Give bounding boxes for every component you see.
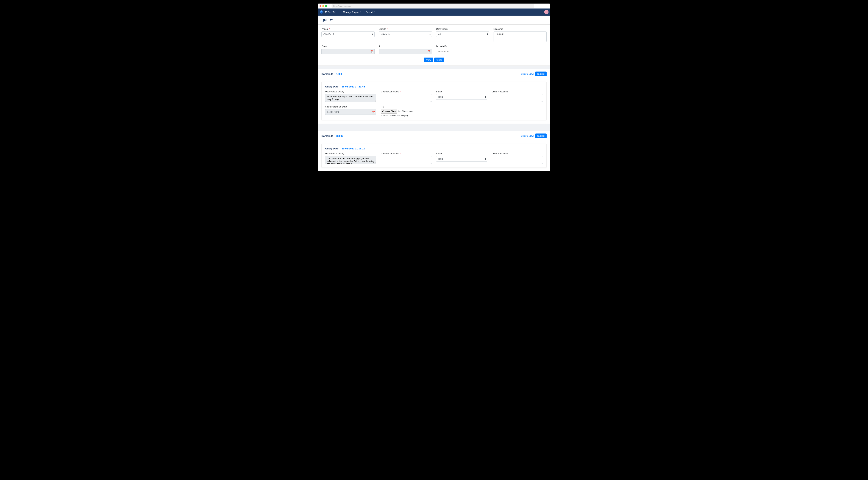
module-label: Module * [379, 28, 432, 30]
calendar-icon[interactable]: 📅 [370, 50, 373, 53]
page-title: QUERY [321, 18, 547, 22]
navbar: MOJO Manage Project ▼ Report ▼ [318, 8, 550, 15]
query-date-label: Query Date: [325, 85, 339, 88]
calendar-icon[interactable]: 📅 [372, 111, 375, 113]
nav-report[interactable]: Report ▼ [364, 11, 377, 13]
user-raised-query-label: User Raised Query [325, 152, 376, 155]
domain-header: Domain Id: 33002 Click to view Submit [318, 131, 550, 141]
mobius-comments-label: Mobius Comments * [381, 91, 432, 93]
mobius-comments-input[interactable] [381, 94, 432, 102]
client-response-label: Client Response [492, 91, 543, 93]
view-button[interactable]: View [424, 58, 433, 62]
file-chosen-status: No file chosen [398, 110, 413, 113]
submit-button[interactable]: Submit [535, 134, 547, 138]
user-group-label: User Group [436, 28, 489, 30]
status-select[interactable]: Hold [436, 94, 487, 100]
clear-button[interactable]: Clear [434, 58, 444, 62]
project-label: Project * [321, 28, 375, 30]
status-select[interactable]: Hold [436, 156, 487, 162]
nav-report-label: Report [366, 11, 373, 13]
client-response-date-input[interactable] [325, 109, 376, 115]
avatar[interactable] [544, 10, 549, 14]
domain-id-header-label: Domain Id: [321, 135, 334, 137]
resource-option[interactable]: --Select-- [496, 33, 545, 35]
query-date-label: Query Date: [325, 147, 339, 150]
domain-id-input[interactable] [436, 49, 489, 54]
user-raised-query-label: User Raised Query [325, 91, 376, 93]
to-date-input[interactable] [379, 49, 432, 54]
query-date-value: 29-05-2020 11:06:10 [342, 147, 365, 150]
client-response-date-label: Client Response Date [325, 105, 376, 108]
domain-header: Domain Id: 1000 Click to view Submit [318, 69, 550, 79]
nav-manage-project[interactable]: Manage Project ▼ [341, 11, 364, 13]
status-label: Status [436, 152, 487, 155]
project-select[interactable]: COVID-19 [321, 31, 375, 37]
submit-button[interactable]: Submit [535, 72, 547, 76]
client-response-label: Client Response [492, 152, 543, 155]
choose-files-button[interactable]: Choose Files [381, 109, 397, 113]
user-group-select[interactable]: All [436, 31, 489, 37]
mobius-comments-label: Mobius Comments * [381, 152, 432, 155]
filter-panel: Project * COVID-19 ▴▾ Module * --Select-… [318, 25, 550, 66]
user-raised-query-text: Document quality is poor. The document i… [325, 94, 376, 102]
logo-cube-icon [319, 10, 323, 14]
browser-chrome: https://app.mojo.com [318, 4, 550, 8]
client-response-input[interactable] [492, 94, 543, 102]
mobius-comments-input[interactable] [381, 156, 432, 164]
domain-id-value: 1000 [336, 73, 342, 75]
window-close-dot[interactable] [319, 5, 321, 7]
resource-select[interactable]: --Select-- [494, 31, 547, 42]
file-label: File [381, 105, 432, 108]
window-minimize-dot[interactable] [322, 5, 324, 7]
module-select[interactable]: --Select-- [379, 31, 432, 37]
status-label: Status [436, 91, 487, 93]
from-label: From [321, 45, 375, 47]
brand-text: MOJO [324, 10, 336, 14]
file-format-hint: (Allowed Formats: doc and pdf) [381, 114, 432, 117]
chevron-down-icon: ▼ [360, 11, 362, 13]
user-raised-query-text: The Attributes are already tagged, but n… [325, 156, 376, 164]
domain-id-label: Domain ID [436, 45, 489, 47]
calendar-icon[interactable]: 📅 [428, 50, 430, 53]
domain-card: Domain Id: 1000 Click to view Submit Que… [318, 69, 550, 124]
brand-logo[interactable]: MOJO [319, 10, 336, 14]
from-date-input[interactable] [321, 49, 375, 54]
window-maximize-dot[interactable] [325, 5, 327, 7]
nav-manage-project-label: Manage Project [343, 11, 359, 13]
url-bar[interactable]: https://app.mojo.com [332, 4, 534, 8]
page-title-bar: QUERY [318, 15, 550, 25]
click-to-view-link[interactable]: Click to view [521, 73, 534, 75]
resource-label: Resource [494, 28, 547, 30]
client-response-input[interactable] [492, 156, 543, 164]
domain-id-value: 33002 [336, 135, 343, 137]
query-date-value: 26-05-2020 17:29:46 [342, 85, 365, 88]
domain-id-header-label: Domain Id: [321, 73, 334, 75]
to-label: To [379, 45, 432, 47]
domain-card: Domain Id: 33002 Click to view Submit Qu… [318, 131, 550, 171]
click-to-view-link[interactable]: Click to view [521, 135, 534, 137]
chevron-down-icon: ▼ [373, 11, 375, 13]
